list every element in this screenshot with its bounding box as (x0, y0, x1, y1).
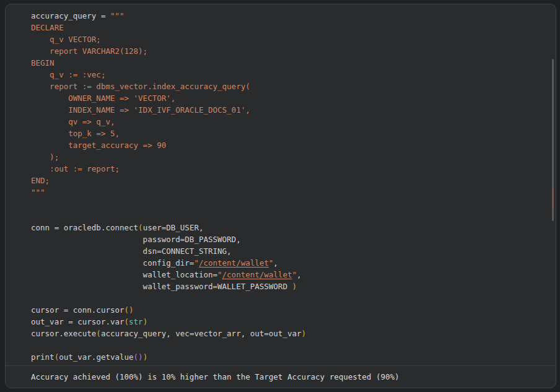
code-token: BEGIN (31, 58, 55, 68)
code-token: user=DB_USER, (143, 223, 204, 232)
code-line[interactable]: out_var = cursor.var(str) (31, 316, 549, 328)
code-token: " (194, 258, 199, 268)
code-token: out_var = cursor.var (31, 317, 125, 326)
code-token: " (292, 270, 297, 279)
code-line[interactable]: password=DB_PASSWORD, (31, 233, 549, 245)
code-line[interactable] (31, 339, 549, 351)
code-line[interactable]: q_v VECTOR; (31, 33, 549, 45)
code-line[interactable]: q_v := :vec; (31, 69, 549, 81)
code-line[interactable]: cursor.execute(accuracy_query, vec=vecto… (31, 328, 549, 339)
code-line[interactable]: """ (31, 186, 549, 198)
code-token: qv => q_v, (31, 117, 115, 126)
code-line[interactable]: print(out_var.getvalue()) (31, 351, 549, 363)
code-line[interactable]: END; (31, 175, 549, 186)
code-token: /content/wallet (222, 270, 292, 279)
code-token: dsn=CONNECT_STRING, (31, 246, 232, 256)
code-token: ); (31, 152, 59, 162)
code-token: """ (110, 11, 125, 20)
code-token: DECLARE (31, 23, 64, 32)
code-token: conn = oracledb.connect (31, 223, 138, 232)
code-token: " (217, 270, 222, 279)
code-token: password=DB_PASSWORD, (31, 235, 241, 244)
code-token: INDEX_NAME => 'IDX_IVF_ORACLE_DOCS_01', (31, 105, 250, 115)
code-token: wallet_location= (31, 270, 217, 279)
editor-scrollbar[interactable] (551, 59, 554, 221)
code-editor[interactable]: accuracy_query = """DECLARE q_v VECTOR; … (6, 4, 556, 363)
code-token: ) (292, 282, 297, 291)
code-line[interactable]: config_dir="/content/wallet", (31, 257, 549, 269)
code-line[interactable]: report := dbms_vector.index_accuracy_que… (31, 81, 549, 92)
code-token: ( (125, 317, 129, 326)
code-line[interactable]: wallet_password=WALLET_PASSWORD ) (31, 281, 549, 292)
code-token: out_var.getvalue (59, 352, 133, 362)
code-token: END; (31, 176, 50, 185)
code-line[interactable]: cursor = conn.cursor() (31, 304, 549, 316)
code-line[interactable]: conn = oracledb.connect(user=DB_USER, (31, 222, 549, 233)
code-line[interactable]: top_k => 5, (31, 128, 549, 139)
code-token: ) (143, 352, 148, 362)
code-line[interactable]: DECLARE (31, 22, 549, 33)
code-line[interactable] (31, 292, 549, 304)
code-line[interactable]: accuracy_query = """ (31, 10, 549, 22)
code-token: str (129, 317, 143, 326)
code-token: target_accuracy => 90 (31, 141, 166, 150)
code-token: q_v VECTOR; (31, 35, 101, 44)
code-token: report := dbms_vector.index_accuracy_que… (31, 82, 250, 91)
code-line[interactable]: :out := report; (31, 163, 549, 175)
code-token: accuracy_query = (31, 11, 110, 20)
code-cell: accuracy_query = """DECLARE q_v VECTOR; … (5, 4, 556, 388)
code-token: OWNER_NAME => 'VECTOR', (31, 94, 175, 103)
code-token: ( (138, 223, 143, 232)
code-line[interactable] (31, 198, 549, 210)
code-token: top_k => 5, (31, 129, 120, 138)
code-line[interactable]: INDEX_NAME => 'IDX_IVF_ORACLE_DOCS_01', (31, 104, 549, 116)
code-line[interactable]: OWNER_NAME => 'VECTOR', (31, 92, 549, 104)
code-token: () (134, 352, 143, 362)
code-token: report VARCHAR2(128); (31, 46, 147, 56)
code-token: wallet_password=WALLET_PASSWORD (31, 282, 292, 291)
code-line[interactable]: BEGIN (31, 57, 549, 69)
code-token: ( (96, 329, 101, 338)
code-token: q_v := :vec; (31, 70, 105, 79)
output-text: Accuracy achieved (100%) is 10% higher t… (31, 371, 400, 383)
code-token: """ (31, 188, 45, 197)
code-token: ) (302, 329, 307, 338)
code-token: , (297, 270, 302, 279)
code-token: config_dir= (31, 258, 194, 268)
code-token: ) (143, 317, 148, 326)
code-token: :out := report; (31, 164, 120, 173)
code-token: /content/wallet (199, 258, 269, 268)
code-token: cursor = conn.cursor (31, 305, 125, 315)
code-token: () (125, 305, 134, 315)
code-line[interactable] (31, 210, 549, 222)
code-token: , (273, 258, 278, 268)
scrollbar-marker (552, 188, 554, 209)
output-area: Accuracy achieved (100%) is 10% higher t… (6, 366, 556, 388)
code-line[interactable]: wallet_location="/content/wallet", (31, 269, 549, 281)
code-line[interactable]: dsn=CONNECT_STRING, (31, 245, 549, 257)
code-token: accuracy_query, vec=vector_arr, out=out_… (101, 329, 302, 338)
code-line[interactable]: report VARCHAR2(128); (31, 45, 549, 57)
code-line[interactable]: ); (31, 151, 549, 163)
code-line[interactable]: qv => q_v, (31, 116, 549, 128)
code-token: print (31, 352, 55, 362)
code-token: cursor.execute (31, 329, 96, 338)
code-line[interactable]: target_accuracy => 90 (31, 139, 549, 151)
